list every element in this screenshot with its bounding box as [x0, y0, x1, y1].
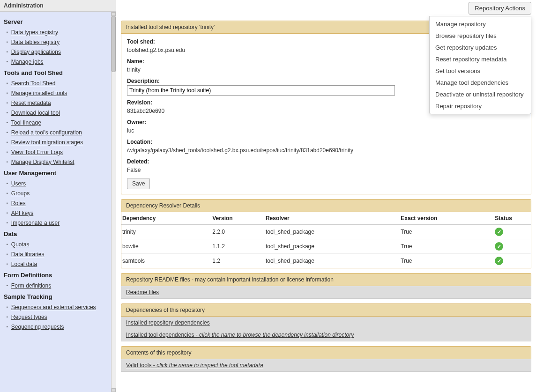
- sidebar-link[interactable]: Data types registry: [11, 29, 58, 36]
- col-version: Version: [211, 212, 265, 225]
- sidebar-item[interactable]: Impersonate a user: [4, 218, 112, 228]
- sidebar-link[interactable]: Search Tool Shed: [11, 80, 56, 87]
- sidebar-item[interactable]: Quotas: [4, 239, 112, 249]
- sidebar-item[interactable]: Local data: [4, 259, 112, 269]
- sidebar-item[interactable]: Display applications: [4, 47, 112, 57]
- sidebar-link[interactable]: Sequencing requests: [11, 323, 64, 331]
- sidebar-item[interactable]: API keys: [4, 208, 112, 218]
- menu-item[interactable]: Manage tool dependencies: [430, 77, 531, 89]
- sidebar-item[interactable]: Reset metadata: [4, 98, 112, 108]
- cell-ver: 1.1.2: [211, 239, 265, 254]
- repository-actions-button[interactable]: Repository Actions: [469, 2, 531, 15]
- menu-item[interactable]: Get repository updates: [430, 42, 531, 53]
- sidebar-link[interactable]: Data tables registry: [11, 38, 60, 46]
- value-owner: iuc: [127, 126, 525, 135]
- readme-link[interactable]: Readme files: [126, 289, 159, 296]
- description-input[interactable]: [127, 85, 395, 96]
- sidebar-link[interactable]: Form definitions: [11, 282, 51, 289]
- deps-row-1[interactable]: Installed repository dependencies: [121, 317, 531, 329]
- col-dependency: Dependency: [121, 212, 211, 225]
- sidebar-heading: User Management: [4, 170, 112, 177]
- sidebar-item[interactable]: Roles: [4, 198, 112, 208]
- sidebar-link[interactable]: API keys: [11, 209, 33, 217]
- sidebar-link[interactable]: Data libraries: [11, 251, 45, 258]
- sidebar-link[interactable]: Local data: [11, 260, 37, 268]
- sidebar-item[interactable]: Groups: [4, 188, 112, 198]
- sidebar-item[interactable]: Manage installed tools: [4, 88, 112, 98]
- sidebar-scrollbar[interactable]: [111, 12, 116, 392]
- installed-tool-deps-link[interactable]: Installed tool dependencies - click the …: [126, 332, 354, 338]
- sidebar-link[interactable]: View Tool Error Logs: [11, 148, 63, 156]
- sidebar-item[interactable]: Search Tool Shed: [4, 78, 112, 88]
- valid-tools-link[interactable]: Valid tools - click the name to inspect …: [126, 362, 263, 369]
- table-row: trinity2.2.0tool_shed_packageTrue✓: [121, 225, 531, 239]
- sidebar-link[interactable]: Manage installed tools: [11, 89, 67, 97]
- sidebar-item[interactable]: Data libraries: [4, 249, 112, 259]
- contents-panel-title: Contents of this repository: [121, 346, 531, 359]
- scroll-down-icon[interactable]: [112, 388, 116, 392]
- sidebar-item[interactable]: Form definitions: [4, 281, 112, 290]
- dependency-panel-title: Dependency Resolver Details: [121, 200, 531, 212]
- sidebar-item[interactable]: Data tables registry: [4, 37, 112, 47]
- sidebar-link[interactable]: Display applications: [11, 48, 61, 56]
- sidebar-link[interactable]: Tool lineage: [11, 119, 41, 126]
- sidebar-item[interactable]: Download local tool: [4, 108, 112, 118]
- dependency-panel: Dependency Resolver Details Dependency V…: [121, 199, 531, 268]
- menu-item[interactable]: Repair repository: [430, 100, 531, 112]
- menu-item[interactable]: Deactivate or uninstall repository: [430, 89, 531, 100]
- menu-item[interactable]: Reset repository metadata: [430, 53, 531, 65]
- check-icon: ✓: [495, 257, 503, 265]
- save-button[interactable]: Save: [127, 178, 150, 189]
- contents-row[interactable]: Valid tools - click the name to inspect …: [121, 359, 531, 372]
- sidebar-item[interactable]: Manage jobs: [4, 57, 112, 67]
- scroll-up-icon[interactable]: [112, 12, 116, 16]
- cell-res: tool_shed_package: [265, 254, 400, 268]
- cell-ver: 1.2: [211, 254, 265, 268]
- sidebar-link[interactable]: Download local tool: [11, 109, 60, 117]
- installed-repo-deps-link[interactable]: Installed repository dependencies: [126, 319, 210, 326]
- admin-sidebar: Administration ServerData types registry…: [0, 0, 116, 392]
- cell-dep: trinity: [121, 225, 211, 239]
- sidebar-heading: Form Definitions: [4, 272, 112, 279]
- sidebar-item[interactable]: Data types registry: [4, 27, 112, 37]
- sidebar-link[interactable]: Sequencers and external services: [11, 303, 96, 311]
- check-icon: ✓: [495, 228, 503, 236]
- sidebar-link[interactable]: Quotas: [11, 241, 30, 248]
- sidebar-link[interactable]: Reset metadata: [11, 99, 51, 107]
- cell-exact: True: [400, 225, 494, 239]
- sidebar-item[interactable]: Reload a tool's configuration: [4, 127, 112, 137]
- sidebar-link[interactable]: Groups: [11, 190, 30, 197]
- sidebar-link[interactable]: Manage jobs: [11, 58, 44, 66]
- menu-item[interactable]: Manage repository: [430, 18, 531, 30]
- deps-row-2[interactable]: Installed tool dependencies - click the …: [121, 329, 531, 341]
- label-owner: Owner:: [127, 119, 525, 126]
- cell-res: tool_shed_package: [265, 239, 400, 254]
- cell-res: tool_shed_package: [265, 225, 400, 239]
- sidebar-item[interactable]: Tool lineage: [4, 118, 112, 127]
- sidebar-item[interactable]: Sequencers and external services: [4, 302, 112, 312]
- sidebar-item[interactable]: Users: [4, 178, 112, 188]
- sidebar-link[interactable]: Users: [11, 180, 26, 187]
- table-row: samtools1.2tool_shed_packageTrue✓: [121, 254, 531, 268]
- sidebar-item[interactable]: Sequencing requests: [4, 322, 112, 332]
- sidebar-link[interactable]: Roles: [11, 200, 26, 207]
- sidebar-item[interactable]: View Tool Error Logs: [4, 147, 112, 157]
- sidebar-item[interactable]: Review tool migration stages: [4, 137, 112, 147]
- cell-exact: True: [400, 254, 494, 268]
- scroll-thumb[interactable]: [112, 16, 116, 72]
- sidebar-heading: Server: [4, 18, 112, 25]
- label-deleted: Deleted:: [127, 158, 525, 165]
- sidebar-link[interactable]: Request types: [11, 313, 47, 321]
- cell-status: ✓: [494, 239, 531, 254]
- sidebar-link[interactable]: Reload a tool's configuration: [11, 129, 82, 136]
- sidebar-link[interactable]: Review tool migration stages: [11, 139, 83, 146]
- menu-item[interactable]: Set tool versions: [430, 65, 531, 77]
- sidebar-link[interactable]: Impersonate a user: [11, 219, 60, 227]
- sidebar-link[interactable]: Manage Display Whitelist: [11, 158, 74, 166]
- sidebar-item[interactable]: Request types: [4, 312, 112, 322]
- sidebar-title: Administration: [0, 0, 116, 12]
- cell-ver: 2.2.0: [211, 225, 265, 239]
- sidebar-item[interactable]: Manage Display Whitelist: [4, 157, 112, 167]
- menu-item[interactable]: Browse repository files: [430, 30, 531, 42]
- readme-row[interactable]: Readme files: [121, 286, 531, 299]
